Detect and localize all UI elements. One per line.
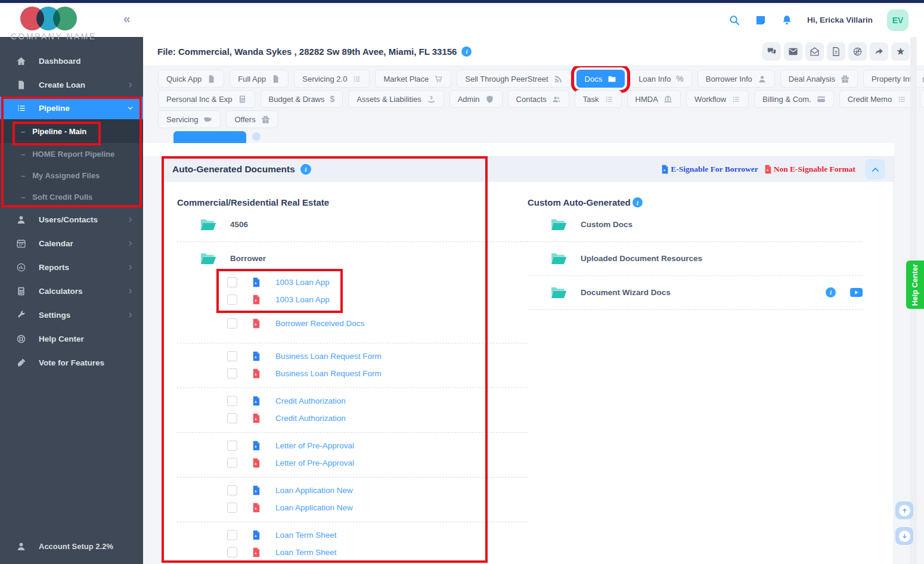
tab-hud[interactable]: HUD xyxy=(920,90,924,108)
mail-button[interactable] xyxy=(784,42,802,61)
notifications-bell-icon[interactable] xyxy=(781,14,793,26)
document-button[interactable] xyxy=(827,42,845,61)
tab-market-place[interactable]: Market Place xyxy=(375,70,451,88)
sidebar-item-label: My Assigned Files xyxy=(32,171,100,180)
folder-row-custom-docs[interactable]: Custom Docs xyxy=(528,212,863,236)
tab-servicing[interactable]: Servicing xyxy=(158,110,221,128)
web-button[interactable] xyxy=(848,42,867,61)
tab-deal-analysis[interactable]: Deal Analysis xyxy=(780,70,858,88)
tab-hmda[interactable]: HMDA xyxy=(627,90,681,108)
sidebar-collapse-icon[interactable]: « xyxy=(123,11,131,26)
doc-checkbox[interactable] xyxy=(227,396,237,406)
avatar[interactable]: EV xyxy=(887,10,909,31)
chat-button[interactable] xyxy=(762,42,781,61)
person-icon xyxy=(758,75,767,83)
tab-full-app[interactable]: Full App xyxy=(230,70,289,88)
tab-budget-draws[interactable]: Budget & Draws$ xyxy=(261,90,343,108)
info-icon[interactable]: i xyxy=(461,47,472,57)
tab-assets-liabilities[interactable]: Assets & Liabilities xyxy=(348,90,444,108)
tab-admin[interactable]: Admin xyxy=(449,90,503,108)
share-button[interactable] xyxy=(870,42,888,61)
tab-sell-through-peerstreet[interactable]: Sell Through PeerStreet xyxy=(457,70,570,88)
sidebar-item-label: Pipeline - Main xyxy=(32,127,86,136)
doc-link[interactable]: 1003 Loan App xyxy=(275,278,330,287)
gift-icon xyxy=(261,115,270,124)
doc-link[interactable]: Letter of Pre-Approval xyxy=(275,458,354,467)
tab-servicing-2-0[interactable]: Servicing 2.0 xyxy=(294,70,370,88)
sidebar-item-create-loan[interactable]: Create Loan xyxy=(0,73,143,97)
tab-credit-memo[interactable]: Credit Memo xyxy=(839,90,914,108)
doc-link[interactable]: Business Loan Request Form xyxy=(275,369,382,378)
doc-checkbox[interactable] xyxy=(227,277,237,287)
folder-row-4506[interactable]: 4506 xyxy=(177,212,528,236)
folder-row-uploaded-document-resources[interactable]: Uploaded Document Resources xyxy=(528,246,863,270)
doc-checkbox[interactable] xyxy=(227,413,237,423)
folder-row-document-wizard-docs[interactable]: Document Wizard Docs i xyxy=(528,280,863,304)
sidebar-item-reports[interactable]: Reports xyxy=(0,255,143,279)
tab-billing-com[interactable]: Billing & Com. xyxy=(754,90,834,108)
sidebar-item-pipeline[interactable]: Pipeline xyxy=(0,97,143,119)
doc-row: Letter of Pre-Approval xyxy=(177,437,528,454)
account-setup[interactable]: Account Setup 2.2% xyxy=(0,534,143,558)
home-icon xyxy=(16,56,26,66)
sidebar-item-label: Reports xyxy=(39,263,69,272)
notes-icon[interactable] xyxy=(755,14,767,26)
doc-checkbox[interactable] xyxy=(227,295,237,305)
doc-checkbox[interactable] xyxy=(227,318,237,329)
search-icon[interactable] xyxy=(728,14,740,26)
tab-quick-app[interactable]: Quick App xyxy=(158,70,224,88)
doc-checkbox[interactable] xyxy=(227,441,237,451)
folder-row-borrower[interactable]: Borrower xyxy=(177,246,528,270)
tab-label: Offers xyxy=(234,115,255,124)
doc-link[interactable]: Credit Authorization xyxy=(275,414,346,423)
doc-link[interactable]: Loan Application New xyxy=(275,486,353,495)
doc-link[interactable]: Business Loan Request Form xyxy=(275,352,382,361)
sidebar-item-help-center[interactable]: Help Center xyxy=(0,327,143,351)
doc-checkbox[interactable] xyxy=(227,458,237,468)
file-icon xyxy=(207,75,216,83)
tab-task[interactable]: Task xyxy=(575,90,622,108)
tab-workflow[interactable]: Workflow xyxy=(686,90,749,108)
tab-offers[interactable]: Offers xyxy=(226,110,278,128)
sidebar-item-home-report-pipeline[interactable]: – HOME Report Pipeline xyxy=(0,143,143,165)
info-icon[interactable]: i xyxy=(300,164,311,175)
sidebar-item-soft-credit-pulls[interactable]: – Soft Credit Pulls xyxy=(0,186,143,207)
tab-borrower-info[interactable]: Borrower Info xyxy=(697,70,775,88)
tab-loan-info[interactable]: Loan Info% xyxy=(630,70,692,88)
info-icon[interactable]: i xyxy=(826,287,836,298)
panel-collapse-button[interactable] xyxy=(865,159,885,179)
doc-checkbox[interactable] xyxy=(227,530,237,540)
tab-personal-inc-exp[interactable]: Personal Inc & Exp xyxy=(158,90,255,108)
sidebar-item-users-contacts[interactable]: Users/Contacts xyxy=(0,207,143,231)
doc-link[interactable]: Loan Term Sheet xyxy=(275,531,337,540)
scroll-to-bottom-button[interactable] xyxy=(895,527,913,545)
doc-link[interactable]: Loan Term Sheet xyxy=(275,548,337,557)
sidebar-item-my-assigned-files[interactable]: – My Assigned Files xyxy=(0,165,143,186)
tab-label: Market Place xyxy=(383,75,429,83)
tab-label: Personal Inc & Exp xyxy=(166,95,232,104)
doc-link[interactable]: Credit Authorization xyxy=(275,396,346,405)
send-mail-button[interactable] xyxy=(805,42,824,61)
doc-checkbox[interactable] xyxy=(227,485,237,495)
doc-checkbox[interactable] xyxy=(227,547,237,557)
help-center-tab[interactable]: Help Center xyxy=(906,261,924,309)
favorite-button[interactable]: ★ xyxy=(891,42,910,61)
doc-checkbox[interactable] xyxy=(227,503,237,513)
scroll-to-top-button[interactable] xyxy=(895,501,913,519)
sidebar-item-dashboard[interactable]: Dashboard xyxy=(0,49,143,73)
video-play-icon[interactable] xyxy=(850,288,863,297)
info-icon[interactable]: i xyxy=(632,197,643,207)
tab-docs[interactable]: Docs xyxy=(576,70,625,88)
sidebar-item-pipeline-main[interactable]: – Pipeline - Main xyxy=(0,119,143,143)
sidebar-item-settings[interactable]: Settings xyxy=(0,303,143,327)
doc-checkbox[interactable] xyxy=(227,368,237,379)
doc-checkbox[interactable] xyxy=(227,351,237,361)
doc-link[interactable]: Borrower Received Docs xyxy=(275,319,364,328)
sidebar-item-vote-for-features[interactable]: Vote for Features xyxy=(0,351,143,374)
doc-link[interactable]: 1003 Loan App xyxy=(275,295,330,304)
sidebar-item-calendar[interactable]: Calendar xyxy=(0,231,143,255)
doc-link[interactable]: Loan Application New xyxy=(275,503,353,512)
sidebar-item-calculators[interactable]: Calculators xyxy=(0,279,143,303)
doc-link[interactable]: Letter of Pre-Approval xyxy=(275,441,354,450)
tab-contacts[interactable]: Contacts xyxy=(508,90,569,108)
